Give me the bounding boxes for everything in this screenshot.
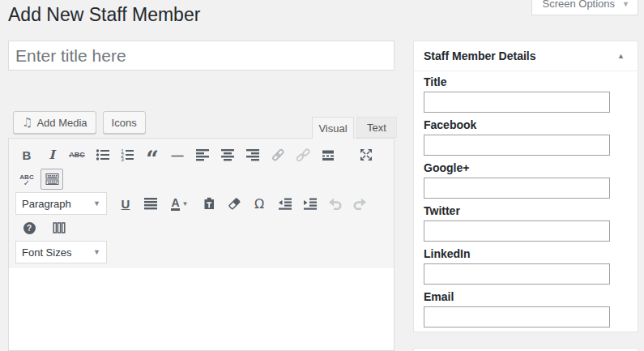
metabox-body: Title Facebook Google+ Twitter LinkedIn … [414, 71, 638, 336]
fullscreen-button[interactable] [355, 144, 377, 165]
align-left-button[interactable] [191, 144, 214, 165]
help-button[interactable]: ? [18, 217, 41, 238]
field-label-linkedin: LinkedIn [424, 247, 628, 260]
indent-button[interactable] [298, 193, 321, 214]
collapse-toggle-icon[interactable]: ▲ [614, 49, 628, 63]
tab-visual[interactable]: Visual [312, 117, 354, 139]
facebook-field[interactable] [424, 135, 610, 156]
linkedin-field[interactable] [424, 263, 610, 285]
spellcheck-icon: ABC ✓ [19, 173, 33, 186]
font-sizes-select[interactable]: Font Sizes ▼ [15, 241, 107, 263]
align-center-button[interactable] [216, 144, 239, 165]
link-icon [271, 148, 285, 161]
numbered-list-button[interactable]: 1 2 3 [116, 144, 139, 165]
field-label-email: Email [424, 290, 628, 303]
paste-as-text-button[interactable] [198, 193, 220, 214]
strikethrough-button[interactable]: ABC [66, 144, 88, 165]
email-field[interactable] [424, 306, 610, 327]
align-right-button[interactable] [241, 144, 264, 165]
editor-content-area[interactable] [9, 267, 394, 350]
fullscreen-icon [360, 148, 373, 161]
chevron-down-icon: ▼ [182, 200, 189, 208]
field-label-facebook: Facebook [424, 118, 628, 131]
toolbar-row-2: ABC ✓ [15, 167, 387, 191]
underline-button[interactable]: U [114, 193, 137, 214]
text-color-button[interactable]: A ▼ [164, 193, 195, 214]
staff-member-details-metabox: Staff Member Details ▲ Title Facebook Go… [413, 41, 638, 332]
add-media-button[interactable]: ♫ Add Media [13, 111, 96, 134]
screen-options-label: Screen Options [542, 0, 615, 10]
align-left-icon [196, 148, 209, 161]
chevron-down-icon: ▼ [93, 199, 100, 208]
editor-toolbar: B I ABC 1 2 3 “ — [9, 139, 394, 267]
wysiwyg-editor: B I ABC 1 2 3 “ — [8, 138, 395, 351]
align-right-icon [246, 148, 259, 161]
justify-button[interactable] [139, 193, 162, 214]
icons-label: Icons [112, 117, 137, 129]
more-tag-button[interactable] [317, 144, 339, 165]
metabox-title: Staff Member Details [424, 49, 535, 62]
numbered-list-icon: 1 2 3 [121, 150, 134, 161]
clipboard-icon [203, 197, 215, 210]
admin-page: Add New Staff Member Screen Options ▼ ♫ … [0, 0, 644, 351]
align-center-icon [221, 148, 234, 161]
chevron-down-icon: ▼ [622, 0, 629, 8]
screen-options-tab[interactable]: Screen Options ▼ [531, 0, 638, 15]
unlink-icon [296, 148, 310, 161]
blockquote-button[interactable]: “ [141, 144, 164, 165]
bullet-list-button[interactable] [91, 144, 113, 165]
columns-icon [53, 221, 66, 234]
toolbar-row-4: ? [15, 216, 387, 240]
googleplus-field[interactable] [424, 178, 610, 199]
next-metabox-edge [413, 348, 638, 351]
horizontal-rule-button[interactable]: — [166, 144, 189, 165]
field-label-twitter: Twitter [424, 204, 628, 217]
eraser-icon [228, 197, 241, 210]
more-tag-icon [322, 148, 335, 161]
title-field[interactable] [424, 92, 610, 113]
redo-button[interactable] [348, 193, 371, 214]
text-color-icon: A [171, 197, 179, 211]
font-sizes-value: Font Sizes [22, 246, 71, 259]
metabox-header[interactable]: Staff Member Details ▲ [414, 41, 638, 71]
insert-link-button[interactable] [267, 144, 289, 165]
post-title-input[interactable] [8, 41, 395, 71]
justify-icon [144, 197, 157, 210]
media-buttons-row: ♫ Add Media Icons [13, 111, 146, 134]
italic-button[interactable]: I [41, 144, 63, 165]
page-title: Add New Staff Member [8, 2, 200, 27]
clear-formatting-button[interactable] [223, 193, 245, 214]
keyboard-icon [45, 173, 59, 186]
redo-icon [353, 197, 367, 210]
columns-button[interactable] [48, 217, 70, 238]
twitter-field[interactable] [424, 220, 610, 242]
format-select-value: Paragraph [22, 198, 71, 210]
field-label-title: Title [424, 75, 628, 88]
spellcheck-button[interactable]: ABC ✓ [15, 169, 38, 190]
undo-icon [328, 197, 342, 210]
toolbar-row-1: B I ABC 1 2 3 “ — [15, 143, 387, 167]
toolbar-row-5: Font Sizes ▼ [15, 240, 387, 264]
indent-icon [303, 197, 317, 210]
field-label-googleplus: Google+ [424, 161, 628, 174]
undo-button[interactable] [323, 193, 346, 214]
outdent-button[interactable] [273, 193, 296, 214]
toolbar-toggle-button[interactable] [41, 169, 63, 190]
icons-button[interactable]: Icons [103, 111, 146, 134]
special-character-button[interactable]: Ω [248, 193, 271, 214]
remove-link-button[interactable] [292, 144, 314, 165]
help-icon: ? [23, 222, 36, 234]
paragraph-format-select[interactable]: Paragraph ▼ [15, 192, 107, 215]
chevron-down-icon: ▼ [93, 248, 100, 256]
outdent-icon [278, 197, 292, 210]
tab-text[interactable]: Text [356, 117, 397, 138]
media-icon: ♫ [22, 117, 32, 129]
bold-button[interactable]: B [15, 144, 38, 165]
toolbar-row-3: Paragraph ▼ U A ▼ Ω [15, 191, 387, 216]
bullet-list-icon [96, 148, 109, 161]
add-media-label: Add Media [36, 117, 87, 129]
